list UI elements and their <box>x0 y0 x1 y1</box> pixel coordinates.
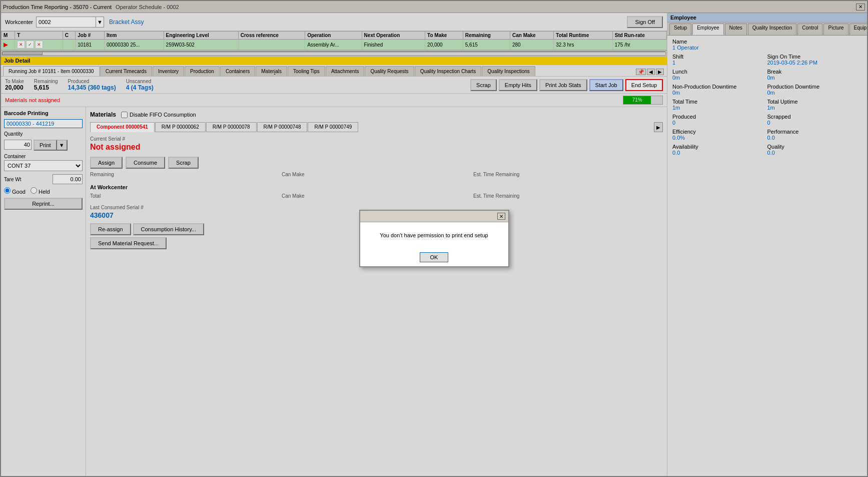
dialog-footer: OK <box>360 248 508 266</box>
dialog-close-button[interactable]: ✕ <box>497 213 505 220</box>
dialog-box: ✕ You don't have permission to print end… <box>359 210 509 267</box>
dialog-overlay: ✕ You don't have permission to print end… <box>0 0 868 477</box>
dialog-message: You don't have permission to print end s… <box>380 232 488 238</box>
dialog-ok-button[interactable]: OK <box>420 252 449 262</box>
dialog-content: You don't have permission to print end s… <box>360 222 508 248</box>
dialog-title-bar: ✕ <box>360 211 508 222</box>
